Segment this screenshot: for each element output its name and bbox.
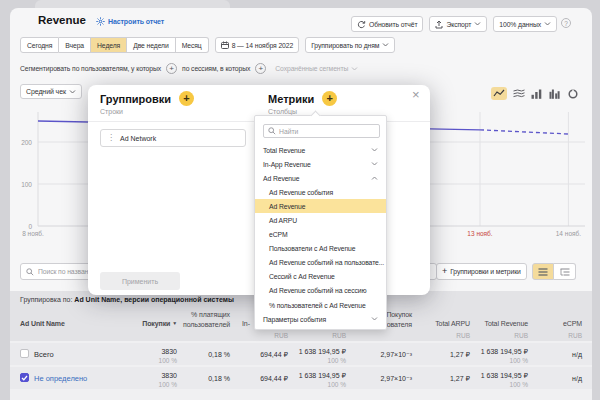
gear-icon <box>96 17 105 26</box>
period-row: Сегодня Вчера Неделя Две недели Месяц 8 … <box>20 37 395 53</box>
metric-group-expanded[interactable]: Ad Revenue <box>255 171 386 185</box>
metric-item[interactable]: Пользователи с Ad Revenue <box>255 242 386 256</box>
chevron-down-icon <box>371 162 378 166</box>
add-groupings-metrics-button[interactable]: + Группировки и метрики <box>436 263 527 280</box>
group-by-day-button[interactable]: Группировать по дням <box>305 37 395 53</box>
cell-total-revenue-share: 100 % <box>448 357 528 364</box>
calendar-icon <box>221 41 229 49</box>
tab-yesterday[interactable]: Вчера <box>59 37 91 53</box>
chevron-down-icon <box>544 22 551 26</box>
svg-text:13 нояб.: 13 нояб. <box>467 230 492 237</box>
unit-label: RUB <box>248 332 288 339</box>
drag-handle-icon[interactable]: ⋮ <box>107 134 115 142</box>
svg-text:0: 0 <box>28 223 32 230</box>
metric-item[interactable]: Ad Revenue событий на пользовате... <box>255 256 386 270</box>
unit-label: RUB <box>488 332 528 339</box>
add-session-segment-button[interactable]: + <box>255 63 266 74</box>
chevron-down-icon <box>371 317 378 321</box>
metric-group[interactable]: In-App Revenue <box>255 157 386 171</box>
export-icon <box>435 20 443 29</box>
bar-chart-icon <box>531 89 542 99</box>
col-header-inapp[interactable]: In- <box>242 320 250 327</box>
groupings-title: Группировки <box>100 93 171 105</box>
metric-group[interactable]: Total Revenue <box>255 143 386 157</box>
page-title: Revenue <box>38 14 86 26</box>
window-tab-ghost <box>35 0 230 8</box>
metric-item[interactable]: % пользователей с Ad Revenue <box>255 298 386 312</box>
metric-item[interactable]: Ad ARPU <box>255 213 386 227</box>
metric-item[interactable]: eCPM <box>255 228 386 242</box>
check-icon <box>21 375 28 381</box>
chart-type-line[interactable] <box>491 87 507 100</box>
metric-item-selected[interactable]: Ad Revenue <box>255 199 386 213</box>
unit-label: RUB <box>430 332 470 339</box>
metric-search-input[interactable]: Найти <box>263 124 380 138</box>
cell-ecpm: н/д <box>502 375 582 382</box>
search-icon <box>26 268 34 276</box>
line-chart-icon <box>493 89 505 98</box>
export-button[interactable]: Экспорт <box>429 16 487 32</box>
modal-close-button[interactable]: × <box>412 88 420 101</box>
add-user-segment-button[interactable]: + <box>166 63 177 74</box>
svg-text:200: 200 <box>21 139 32 146</box>
add-grouping-button[interactable]: + <box>179 91 194 106</box>
apply-button[interactable]: Применить <box>100 272 180 290</box>
groupings-subtitle: Строки <box>100 108 123 115</box>
sampling-button[interactable]: 100% данных <box>493 16 557 32</box>
chart-type-pie[interactable] <box>566 87 579 100</box>
tab-today[interactable]: Сегодня <box>20 37 59 53</box>
chevron-down-icon <box>382 43 389 47</box>
chevron-down-icon <box>371 148 378 152</box>
tab-two-weeks[interactable]: Две недели <box>127 37 175 53</box>
groupings-header: Группировки + <box>100 91 194 106</box>
tree-view-toggle[interactable] <box>554 263 576 280</box>
date-range-button[interactable]: 8 — 14 ноября 2022 <box>215 37 300 53</box>
tree-view-icon <box>560 268 570 276</box>
tab-month[interactable]: Месяц <box>176 37 209 53</box>
pie-chart-icon <box>568 89 578 99</box>
refresh-report-button[interactable]: Обновить отчёт <box>351 16 423 32</box>
svg-text:8 нояб.: 8 нояб. <box>22 230 44 237</box>
cell-purchases-share: 100 % <box>97 381 177 388</box>
row-label[interactable]: Не определено <box>34 374 87 383</box>
metric-item[interactable]: Ad Revenue события <box>255 185 386 199</box>
col-header-paying-users[interactable]: % платящихпользователей <box>160 310 230 330</box>
search-icon <box>268 127 276 135</box>
header-actions: Обновить отчёт Экспорт 100% данных <box>351 16 557 32</box>
col-header-ad-unit-name[interactable]: Ad Unit Name <box>20 320 65 327</box>
metric-item[interactable]: Ad Revenue событий на сессию <box>255 284 386 298</box>
help-icon[interactable]: ? <box>561 18 571 28</box>
metric-selector[interactable]: Средний чек <box>20 84 82 99</box>
list-view-toggle[interactable] <box>532 263 554 280</box>
grouping-item-ad-network[interactable]: ⋮ Ad Network <box>100 129 246 147</box>
stacked-chart-icon <box>513 89 525 98</box>
chevron-down-icon <box>351 67 358 71</box>
chart-type-bars[interactable] <box>530 87 543 100</box>
chevron-up-icon <box>371 176 378 180</box>
list-view-icon <box>538 268 548 276</box>
chart-type-switcher <box>491 87 579 100</box>
configure-report-link[interactable]: Настроить отчет <box>96 17 164 26</box>
chart-type-grouped-bars[interactable] <box>548 87 561 100</box>
col-header-ecpm[interactable]: eCPM <box>512 320 582 327</box>
grouped-bar-chart-icon <box>549 89 560 99</box>
row-checkbox[interactable] <box>20 373 29 382</box>
unit-label: RUB <box>542 332 582 339</box>
chevron-down-icon <box>69 90 76 94</box>
metric-item[interactable]: Сессий с Ad Revenue <box>255 270 386 284</box>
grouping-summary: Группировка по: Ad Unit Name, версии опе… <box>20 296 234 303</box>
cell-purchases-share: 100 % <box>97 357 177 364</box>
metrics-header: Метрики + <box>268 91 337 106</box>
tab-week[interactable]: Неделя <box>91 37 127 53</box>
chart-type-stacked[interactable] <box>512 87 525 100</box>
add-metric-button[interactable]: + <box>322 91 337 106</box>
metric-group[interactable]: Параметры события <box>255 312 386 326</box>
saved-segments-dropdown[interactable]: Сохранённые сегменты <box>275 65 358 72</box>
period-tab-group: Сегодня Вчера Неделя Две недели Месяц <box>20 37 209 53</box>
row-checkbox[interactable] <box>20 349 29 358</box>
cell-ecpm: н/д <box>502 351 582 358</box>
svg-text:14 нояб.: 14 нояб. <box>556 230 581 237</box>
svg-text:100: 100 <box>21 181 32 188</box>
metrics-subtitle: Столбцы <box>268 108 297 115</box>
segment-by-users-label: Сегментировать по пользователям, у котор… <box>20 65 161 72</box>
